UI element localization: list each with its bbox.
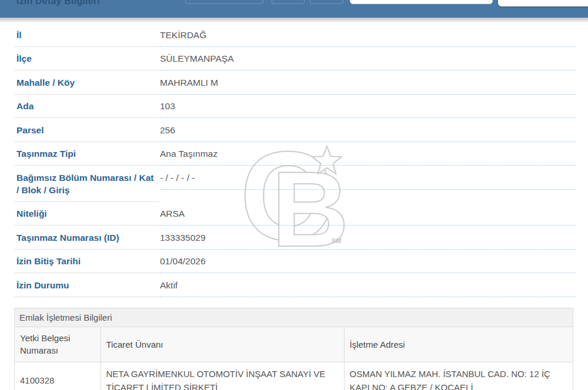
detail-label: İl [14, 23, 160, 47]
toolbar-button-1[interactable] [185, 0, 263, 4]
detail-value: MAHRAMLI M [160, 70, 576, 95]
detail-row-tasinmaz-tipi: Taşınmaz Tipi Ana Taşınmaz [14, 142, 576, 166]
detail-label: Parsel [14, 118, 160, 142]
detail-row-izin-bitis: İzin Bitiş Tarihi 01/04/2026 [14, 250, 576, 274]
detail-value: Ana Taşınmaz [160, 142, 576, 166]
detail-label: Ada [14, 95, 160, 119]
detail-value: 256 [160, 118, 576, 142]
top-navigation-bar: İzin Detay Bilgileri [0, 0, 588, 18]
detail-label: Mahalle / Köy [14, 70, 160, 95]
business-panel-title: Emlak İşletmesi Bilgileri [15, 308, 573, 327]
detail-row-bagimsiz-bolum: Bağımsız Bölüm Numarası / Kat / Blok / G… [14, 166, 576, 202]
detail-row-tasinmaz-no: Taşınmaz Numarası (ID) 133335029 [14, 226, 576, 250]
detail-label: Bağımsız Bölüm Numarası / Kat / Blok / G… [14, 166, 160, 202]
toolbar-button-2[interactable] [272, 0, 305, 4]
detail-row-mahalle: Mahalle / Köy MAHRAMLI M [14, 70, 576, 95]
detail-row-niteligi: Niteliği ARSA [14, 202, 576, 226]
business-table: Yetki Belgesi Numarası Ticaret Ünvanı İş… [15, 327, 573, 390]
column-header-ticaret-unvani: Ticaret Ünvanı [101, 327, 344, 362]
toolbar-button-3[interactable] [310, 0, 343, 4]
detail-row-il: İl TEKİRDAĞ [14, 23, 576, 47]
detail-label: İzin Durumu [14, 273, 160, 297]
detail-label: İzin Bitiş Tarihi [14, 250, 160, 274]
business-table-row: 4100328 NETA GAYRİMENKUL OTOMOTİV İNŞAAT… [15, 362, 573, 390]
detail-value: 01/04/2026 [160, 250, 576, 274]
detail-label: Taşınmaz Tipi [14, 142, 160, 166]
permit-detail-table: İl TEKİRDAĞ İlçe SÜLEYMANPAŞA Mahalle / … [14, 23, 576, 297]
detail-value: 133335029 [160, 226, 576, 250]
business-table-header-row: Yetki Belgesi Numarası Ticaret Ünvanı İş… [15, 327, 573, 362]
business-info-panel: Emlak İşletmesi Bilgileri Yetki Belgesi … [14, 308, 573, 390]
detail-row-ilce: İlçe SÜLEYMANPAŞA [14, 47, 576, 71]
cell-isletme-adresi: OSMAN YILMAZ MAH. İSTANBUL CAD. NO: 12 İ… [344, 362, 573, 390]
detail-value: SÜLEYMANPAŞA [160, 47, 576, 71]
page-title: İzin Detay Bilgileri [16, 0, 100, 6]
cell-ticaret-unvani: NETA GAYRİMENKUL OTOMOTİV İNŞAAT SANAYİ … [101, 362, 344, 390]
detail-label: Niteliği [14, 202, 160, 226]
detail-value: ARSA [160, 202, 576, 226]
detail-row-izin-durumu: İzin Durumu Aktif [14, 273, 576, 297]
detail-value: Aktif [160, 273, 576, 297]
permit-detail-page: İzin Detay Bilgileri C B SM İl TEKİRDAĞ … [0, 0, 588, 390]
column-header-isletme-adresi: İşletme Adresi [344, 327, 573, 362]
detail-row-ada: Ada 103 [14, 95, 576, 119]
detail-value: TEKİRDAĞ [160, 23, 576, 47]
column-header-yetki-belgesi: Yetki Belgesi Numarası [15, 327, 101, 362]
toolbar-white-button[interactable] [498, 0, 588, 6]
detail-value: - / - / - / - [160, 166, 576, 190]
detail-row-parsel: Parsel 256 [14, 118, 576, 142]
cell-yetki-belgesi-no: 4100328 [15, 362, 101, 390]
detail-value: 103 [160, 95, 576, 119]
detail-label: İlçe [14, 47, 160, 71]
detail-label: Taşınmaz Numarası (ID) [14, 226, 160, 250]
search-input[interactable] [350, 0, 493, 4]
topbar-shadow [0, 18, 588, 23]
